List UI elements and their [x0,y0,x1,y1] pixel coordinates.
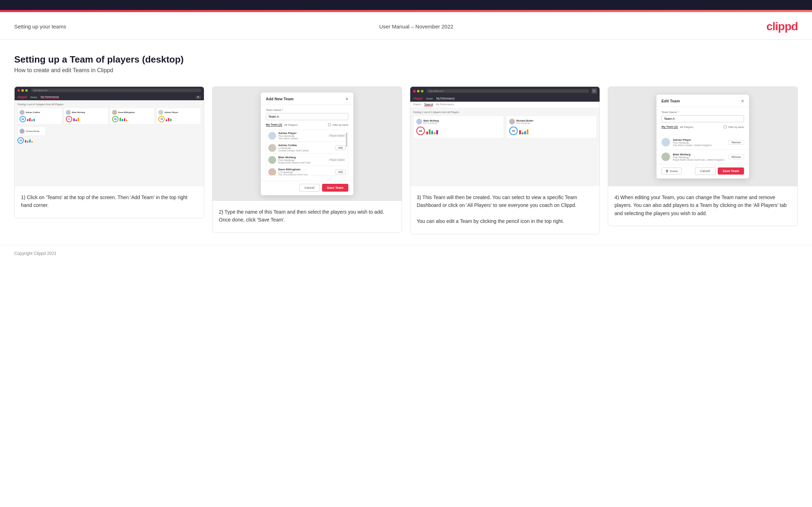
modal-footer-2: Cancel Save Team [261,181,353,195]
dot-red-3 [413,90,416,92]
player-name-2d: Dave Billingham [278,168,333,171]
nav-teams-1: My Performance [41,96,59,98]
modal4-avatar-2 [661,153,670,161]
modal4-player-info-2: Blair McHarg Plus Handicap Royal North D… [673,153,726,161]
modal-title-4: Edit Team [661,99,680,103]
remove-btn-4a[interactable]: Remove [728,140,744,145]
card-2-text: 2) Type the name of this Team and then s… [212,201,402,233]
card-3: app.clippd.com ✏ clippd Home My Performa… [410,86,600,234]
add-btn-2d[interactable]: Add [335,170,346,174]
score-1d: 78 [158,116,165,122]
save-team-btn-4[interactable]: Save Team [718,167,744,175]
player-name-2c: Blair McHarg [278,156,326,159]
tab-all-players-4[interactable]: All Players [680,126,694,129]
player-item-2c: Blair McHarg Plus HandicapRoyal North De… [266,154,348,166]
footer: Copyright Clippd 2021 [0,245,812,262]
card-1-screenshot: app.clippd.com clippd Home My Performanc… [15,87,204,186]
player-status-2c: Player Added [328,158,346,161]
bottom-player-card: Richard Butler [17,127,46,136]
player-avatar-2c [268,156,276,164]
team-name-input-4[interactable] [661,115,744,122]
subnav-players: Players [413,103,421,106]
modal-label-name-4: Team Name * [661,111,744,114]
tab-my-team-4[interactable]: My Team (2) [661,125,678,129]
player-card-1c: Dave Billingham 94 [110,108,155,124]
main-content: Setting up a Team of players (desktop) H… [0,40,812,245]
dot-yellow-3 [417,90,420,92]
modal-close-4[interactable]: × [741,98,744,104]
filter-checkbox-2[interactable] [328,123,331,126]
dot-green-3 [421,90,423,92]
team-player-3b: Richard Butler Plus Handicap 72 [506,116,597,138]
dashboard-content-1: Finding 4 out of 4 players from All Play… [15,100,204,186]
modal4-player-name-2: Blair McHarg [673,153,726,156]
browser-chrome-3: app.clippd.com ✏ [410,87,600,95]
player-item-2a: Adrian Player Plus HandicapThe Shire Lon… [266,130,348,142]
cancel-btn-4[interactable]: Cancel [695,167,716,175]
card-4-text: 4) When editing your Team, you can chang… [608,186,797,226]
save-team-btn-2[interactable]: Save Team [322,184,348,192]
tab-my-team-2[interactable]: My Team (2) [266,123,282,127]
action-icons-3: ✏ [592,89,597,94]
cancel-btn-2[interactable]: Cancel [299,184,320,192]
player-name-1d: Adrian Player [164,111,178,113]
bar-3a-5 [436,130,438,134]
bars-1b [73,117,79,121]
avatar-1c [112,110,117,115]
players-count-3: Finding 2 out of 2 players from All Play… [413,111,597,113]
filter-by-name-4: Filter by name [724,126,744,128]
player-card-1a: Adrian Collins 84 [17,108,62,124]
card-2-screenshot: Add New Team × Team Name * My Team (2) A… [212,87,402,201]
modal4-avatar-1 [661,138,670,146]
player-name-1b: Blair McHarg [72,111,85,113]
delete-btn-4[interactable]: 🗑 Delete [661,167,682,175]
logo: clippd [766,20,798,33]
address-bar-1: app.clippd.com [31,89,201,92]
card-3-description: 3) This Team will then be created. You c… [417,194,577,224]
player-name-1e: Richard Butler [26,130,39,132]
player-club-2a: Plus HandicapThe Shire London [278,135,326,140]
filter-checkbox-4[interactable] [724,126,727,128]
player-club-2c: Plus HandicapRoyal North Devon Golf Club [278,159,326,164]
browser-chrome-1: app.clippd.com [15,87,204,94]
app-nav-1: clippd Home My Performance 🔍 [15,94,204,100]
subnav-team: Team A [424,103,433,106]
player-card-1b: Blair McHarg 0 [64,108,109,124]
add-team-modal: Add New Team × Team Name * My Team (2) A… [261,92,353,195]
remove-btn-4b[interactable]: Remove [728,155,744,159]
score-1e: 72 [17,137,24,144]
player-avatar-2d [268,168,276,176]
modal4-player-detail1-2: Plus Handicap [673,156,726,159]
team-content-3: Finding 2 out of 2 players from All Play… [410,108,600,186]
team-player-3a: Blair McHarg Plus Handicap 94 [413,116,504,138]
header: Setting up your teams User Manual – Nove… [0,12,812,40]
tab-all-players-2[interactable]: All Players [284,123,298,127]
player-name-1a: Adrian Collins [26,111,40,113]
copyright-text: Copyright Clippd 2021 [14,251,57,256]
team-name-input-2[interactable] [266,113,348,120]
bar-3b-3 [524,131,526,134]
top-bar [0,0,812,10]
subnav-performance: My Performance [436,103,454,106]
nav-teams-3: My Performance [436,97,454,100]
modal4-player-detail2-1: The Shire London, United Kingdom [673,144,726,146]
scrollbar-2[interactable] [346,133,347,147]
modal4-player-detail2-2: Royal North Devon Golf Club, United King… [673,159,726,161]
bars-1e [25,138,33,143]
modal-close-2[interactable]: × [346,96,348,102]
player-status-2a: Player Added [328,134,346,137]
filter-label-2: Filter by name [333,124,348,126]
card-1-text: 1) Click on 'Teams' at the top of the sc… [15,186,204,218]
pencil-icon-3[interactable]: ✏ [592,89,597,94]
player-item-2d: Dave Billingham 1.5 HandicapThe Dog Mayi… [266,166,348,176]
team-player-club-3b: Plus Handicap [516,122,533,124]
player-list-wrap-2: Adrian Player Plus HandicapThe Shire Lon… [266,129,348,176]
team-score-3a: 94 [416,127,501,135]
team-player-name-3b: Richard Butler [516,119,533,122]
modal4-player-info-1: Adrian Player Plus Handicap The Shire Lo… [673,138,726,146]
bar-3a-3 [431,131,433,134]
card-4: Edit Team × Team Name * My Team (2) All … [608,86,798,226]
bar-3a-4 [434,132,436,134]
add-btn-2b[interactable]: Add [335,145,346,150]
bar-3b-2 [522,132,523,134]
